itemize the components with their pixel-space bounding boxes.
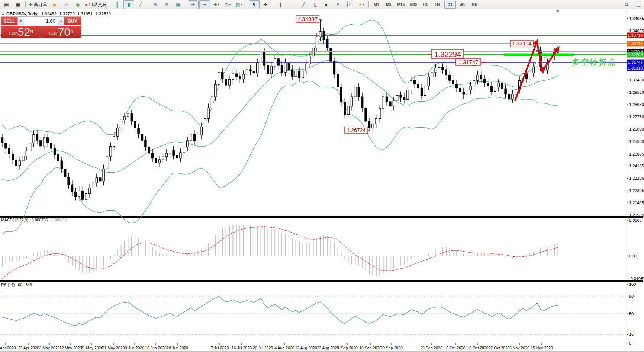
buy-button[interactable]: BUY	[64, 17, 81, 25]
chevron-down-icon: ▾	[229, 3, 231, 6]
chat-button[interactable]	[633, 0, 644, 9]
tab-m30[interactable]: M30	[408, 1, 419, 9]
indicators-button[interactable]: ✚▾	[211, 0, 222, 9]
chevron-down-icon: ▾	[218, 3, 219, 6]
zoom-out-button[interactable]: ⊖	[161, 0, 172, 9]
buy-price-sup: 1	[70, 26, 73, 37]
chevron-down-icon: ▾	[241, 3, 242, 6]
candle	[473, 80, 475, 86]
rsi-line	[2, 296, 558, 326]
horizontal-line-button[interactable]: ―	[287, 0, 297, 9]
signals-button[interactable]: ◉	[72, 0, 83, 9]
price-axis[interactable]	[627, 10, 643, 343]
candle	[389, 102, 391, 106]
bollinger-middle-band	[2, 60, 558, 180]
divider	[110, 1, 110, 8]
vertical-line-button[interactable]: ❘	[275, 0, 286, 9]
sell-price-button[interactable]: 1.32 52 9	[1, 26, 41, 38]
candle	[263, 52, 265, 66]
candle	[8, 148, 10, 154]
new-order-icon: ✚	[29, 2, 33, 7]
autotrade-icon: ●	[85, 2, 88, 7]
trendline-button[interactable]: ╱	[298, 0, 309, 9]
candle	[43, 138, 45, 146]
chart-canvas[interactable]: 1.348371.331141.322941.317471.267241.349…	[0, 0, 644, 352]
sell-button[interactable]: SELL	[1, 17, 17, 25]
candle	[354, 87, 356, 97]
profiles-button[interactable]: ▦	[13, 0, 23, 9]
candle	[459, 88, 461, 92]
community-icon: ☺	[64, 2, 68, 7]
search-button[interactable]: ⚲	[621, 0, 632, 9]
templates-icon: ▧	[236, 2, 241, 7]
chart-shift-marker	[556, 10, 559, 13]
zoom-in-button[interactable]: ⊕	[150, 0, 161, 9]
sell-price-sup: 9	[30, 26, 33, 37]
new-chart-button[interactable]: ▤	[1, 0, 12, 9]
candle	[158, 160, 160, 163]
candle	[57, 155, 59, 161]
chevron-down-icon: ▾	[363, 3, 364, 6]
candle	[64, 169, 66, 177]
candle	[532, 67, 534, 73]
volume-down-button[interactable]: ▼	[17, 17, 24, 25]
price-callout-label: 1.33114	[512, 40, 531, 47]
divider	[368, 1, 369, 8]
new-order-button[interactable]: ✚ 新订单	[28, 0, 48, 9]
arrows-button[interactable]: ✦▾	[356, 0, 367, 9]
candle	[47, 138, 49, 143]
candle	[228, 79, 230, 85]
tile-windows-button[interactable]: ▦	[173, 0, 184, 9]
bull-bear-note[interactable]: 多空转折点	[572, 58, 616, 67]
autotrade-button[interactable]: ● 自动交易	[84, 0, 108, 9]
candle	[270, 66, 272, 74]
time-axis[interactable]	[0, 344, 627, 351]
candle	[480, 75, 482, 79]
trend-arrow-3[interactable]	[542, 49, 558, 71]
candle	[36, 134, 38, 140]
styles-button[interactable]: ◆	[49, 0, 60, 9]
candles-group	[1, 20, 559, 204]
candle	[494, 87, 496, 92]
bar-chart-button[interactable]: ║	[112, 0, 123, 9]
buy-price-button[interactable]: 1.32 70 1	[41, 26, 81, 38]
candle	[173, 150, 174, 156]
crosshair-button[interactable]: ✛	[260, 0, 271, 9]
one-click-collapse-icon[interactable]: ▲	[1, 12, 4, 16]
periods-button[interactable]: ◷▾	[222, 0, 233, 9]
volume-input[interactable]: 1.00	[24, 17, 58, 25]
templates-button[interactable]: ▧▾	[234, 0, 245, 9]
text-label-button[interactable]: T	[344, 0, 355, 9]
candle	[358, 87, 360, 97]
tab-m5[interactable]: M5	[383, 1, 395, 9]
fibonacci-button[interactable]: ≡F	[321, 0, 332, 9]
tab-m1[interactable]: M1	[371, 1, 382, 9]
tab-w1[interactable]: W1	[457, 1, 468, 9]
volume-up-button[interactable]: ▲	[58, 17, 64, 25]
candle	[319, 32, 321, 37]
candle	[117, 128, 119, 136]
tab-h1[interactable]: H1	[420, 1, 431, 9]
candle-chart-button[interactable]: ▮	[123, 0, 134, 9]
cursor-icon: ➔	[251, 1, 257, 7]
cursor-button[interactable]: ➔	[249, 0, 260, 9]
tab-d1[interactable]: D1	[444, 1, 456, 9]
fibo-f-label: F	[327, 4, 329, 7]
candle	[187, 141, 189, 147]
tab-m15[interactable]: M15	[395, 1, 407, 9]
candle	[305, 64, 307, 71]
tab-mn[interactable]: MN	[469, 1, 480, 9]
profiles-icon: ▦	[16, 2, 20, 7]
candle	[466, 90, 468, 94]
chart-shift-button[interactable]: ⇥	[199, 0, 210, 9]
tab-h4[interactable]: H4	[432, 1, 444, 9]
candle	[54, 148, 55, 155]
candle	[29, 143, 31, 151]
community-button[interactable]: ☺	[61, 0, 71, 9]
buy-price-big: 70	[58, 27, 70, 37]
auto-scroll-button[interactable]: ➔	[188, 0, 199, 9]
chat-icon	[636, 3, 641, 7]
channel-button[interactable]: ∥E	[310, 0, 321, 9]
line-chart-button[interactable]: ╱	[135, 0, 146, 9]
text-button[interactable]: A	[333, 0, 344, 9]
